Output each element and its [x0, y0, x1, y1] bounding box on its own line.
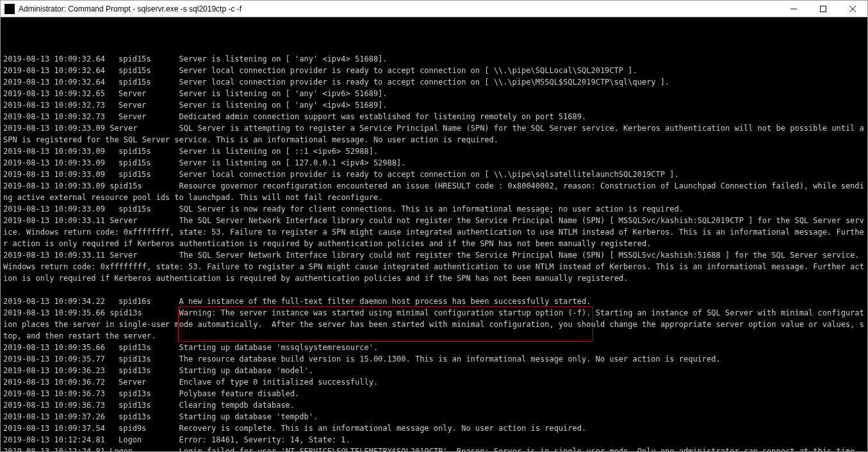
log-message: Server is listening on [ ::1 <ipv6> 5298…: [170, 147, 378, 156]
close-button[interactable]: [838, 1, 867, 17]
blank-line: [3, 284, 865, 296]
log-timestamp: 2019-08-13 10:09:33.09: [3, 169, 119, 180]
log-message: The resource database build version is 1…: [170, 355, 721, 364]
log-line: 2019-08-13 10:09:34.22spid16s A new inst…: [3, 296, 865, 307]
log-source: spid15s: [119, 53, 170, 65]
log-timestamp: 2019-08-13 10:09:34.22: [3, 296, 119, 307]
log-line: 2019-08-13 10:09:32.65Server Server is l…: [3, 88, 865, 99]
log-source: Server: [119, 376, 170, 388]
command-prompt-window: Administrator: Command Prompt - sqlservr…: [0, 0, 868, 452]
log-message: A new instance of the full-text filter d…: [170, 297, 591, 306]
log-timestamp: 2019-08-13 10:09:36.73: [3, 399, 119, 411]
log-message: Dedicated admin connection support was e…: [170, 112, 586, 121]
window-title: Administrator: Command Prompt - sqlservr…: [19, 4, 242, 13]
log-source: spid13s: [119, 399, 170, 411]
titlebar[interactable]: Administrator: Command Prompt - sqlservr…: [1, 1, 867, 17]
log-timestamp: 2019-08-13 10:09:33.09: [3, 146, 119, 157]
log-line: 2019-08-13 10:09:33.09spid15s SQL Server…: [3, 203, 865, 215]
log-source: spid13s: [119, 388, 170, 399]
log-source: Logon: [119, 434, 170, 446]
log-timestamp: 2019-08-13 10:09:33.09: [3, 157, 119, 169]
log-message: Recovery is complete. This is an informa…: [170, 424, 586, 433]
cmd-icon: [4, 4, 15, 14]
log-source: spid15s: [119, 169, 170, 180]
log-source: spid13s: [119, 353, 170, 365]
log-message: Server is listening on [ 'any' <ipv6> 51…: [170, 89, 388, 98]
log-message: Server is listening on [ 127.0.0.1 <ipv4…: [170, 158, 405, 167]
minimize-button[interactable]: [779, 1, 808, 17]
log-timestamp: 2019-08-13 10:09:32.64: [3, 65, 119, 76]
log-line: 2019-08-13 10:09:37.54spid9s Recovery is…: [3, 423, 865, 434]
svg-rect-1: [821, 6, 826, 12]
log-timestamp: 2019-08-13 10:09:37.54: [3, 423, 119, 434]
console-output[interactable]: 2019-08-13 10:09:32.64spid15s Server is …: [1, 17, 867, 451]
log-message: Enclave of type 0 initialized successful…: [170, 378, 378, 387]
log-source: spid15s: [119, 65, 170, 76]
log-message: Clearing tempdb database.: [170, 401, 295, 410]
log-line: 2019-08-13 10:09:35.77spid13s The resour…: [3, 353, 865, 365]
log-message: Starting up database 'mssqlsystemresourc…: [170, 343, 378, 352]
log-message: Server is listening on [ 'any' <ipv4> 51…: [170, 54, 388, 63]
log-message: Server local connection provider is read…: [170, 170, 679, 179]
log-source: spid13s: [119, 365, 170, 376]
log-line: 2019-08-13 10:09:36.23spid13s Starting u…: [3, 365, 865, 376]
log-message: Starting up database 'tempdb'.: [170, 412, 318, 421]
log-source: Server: [119, 88, 170, 99]
log-line: 2019-08-13 10:09:36.73spid13s Polybase f…: [3, 388, 865, 399]
log-line: 2019-08-13 10:09:33.09spid15s Server is …: [3, 157, 865, 169]
log-timestamp: 2019-08-13 10:09:32.64: [3, 76, 119, 88]
log-source: spid13s: [119, 342, 170, 353]
log-line: 2019-08-13 10:09:32.64spid15s Server loc…: [3, 65, 865, 76]
log-line: 2019-08-13 10:12:24.81Logon Error: 18461…: [3, 434, 865, 446]
log-source: spid15s: [119, 203, 170, 215]
log-line: 2019-08-13 10:12:24.81 Logon Login faile…: [3, 446, 865, 451]
log-line: 2019-08-13 10:09:33.09 Server SQL Server…: [3, 122, 865, 146]
log-timestamp: 2019-08-13 10:09:36.73: [3, 388, 119, 399]
log-timestamp: 2019-08-13 10:12:24.81: [3, 434, 119, 446]
log-source: spid16s: [119, 296, 170, 307]
log-line: 2019-08-13 10:09:32.64spid15s Server loc…: [3, 76, 865, 88]
log-message: Server local connection provider is read…: [170, 66, 637, 75]
log-line: 2019-08-13 10:09:35.66 spid13s Warning: …: [3, 307, 865, 342]
log-source: spid15s: [119, 76, 170, 88]
log-timestamp: 2019-08-13 10:09:32.73: [3, 111, 119, 122]
log-message: Polybase feature disabled.: [170, 389, 299, 398]
log-line: 2019-08-13 10:09:32.64spid15s Server is …: [3, 53, 865, 65]
log-source: spid13s: [119, 411, 170, 423]
log-line: 2019-08-13 10:09:32.73Server Server is l…: [3, 99, 865, 111]
log-timestamp: 2019-08-13 10:09:37.26: [3, 411, 119, 423]
log-timestamp: 2019-08-13 10:09:32.64: [3, 53, 119, 65]
log-line: 2019-08-13 10:09:37.26spid13s Starting u…: [3, 411, 865, 423]
log-line: 2019-08-13 10:09:35.66spid13s Starting u…: [3, 342, 865, 353]
maximize-button[interactable]: [808, 1, 838, 17]
log-line: 2019-08-13 10:09:33.11 Server The SQL Se…: [3, 249, 865, 284]
log-timestamp: 2019-08-13 10:09:36.23: [3, 365, 119, 376]
log-line: 2019-08-13 10:09:33.11 Server The SQL Se…: [3, 215, 865, 249]
log-message: SQL Server is now ready for client conne…: [170, 205, 684, 213]
log-source: spid9s: [119, 423, 170, 434]
log-source: spid15s: [119, 157, 170, 169]
log-timestamp: 2019-08-13 10:09:32.65: [3, 88, 119, 99]
log-timestamp: 2019-08-13 10:09:35.77: [3, 353, 119, 365]
log-message: Starting up database 'model'.: [170, 366, 313, 375]
log-message: Error: 18461, Severity: 14, State: 1.: [170, 435, 350, 444]
log-timestamp: 2019-08-13 10:09:33.09: [3, 203, 119, 215]
log-source: Server: [119, 111, 170, 122]
log-source: spid15s: [119, 146, 170, 157]
log-line: 2019-08-13 10:09:36.73spid13s Clearing t…: [3, 399, 865, 411]
log-line: 2019-08-13 10:09:33.09spid15s Server loc…: [3, 169, 865, 180]
log-message: Server local connection provider is read…: [170, 78, 669, 87]
log-line: 2019-08-13 10:09:36.72Server Enclave of …: [3, 376, 865, 388]
log-source: Server: [119, 99, 170, 111]
log-timestamp: 2019-08-13 10:09:32.73: [3, 99, 119, 111]
log-line: 2019-08-13 10:09:33.09spid15s Server is …: [3, 146, 865, 157]
log-timestamp: 2019-08-13 10:09:35.66: [3, 342, 119, 353]
log-line: 2019-08-13 10:09:32.73Server Dedicated a…: [3, 111, 865, 122]
log-timestamp: 2019-08-13 10:09:36.72: [3, 376, 119, 388]
log-message: Server is listening on [ 'any' <ipv4> 51…: [170, 101, 388, 110]
log-line: 2019-08-13 10:09:33.09 spid15s Resource …: [3, 180, 865, 203]
